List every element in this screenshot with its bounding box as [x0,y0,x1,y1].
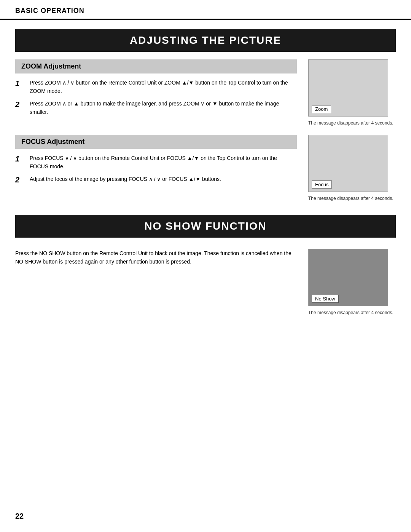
zoom-item-2-text: Press ZOOM ∧ or ▲ button to make the ima… [30,100,297,116]
page-container: BASIC OPERATION ADJUSTING THE PICTURE ZO… [0,0,411,532]
noshow-description: Press the NO SHOW button on the Remote C… [15,249,297,266]
focus-header: FOCUS Adjustment [15,135,297,149]
focus-item-1-number: 1 [15,154,27,171]
zoom-screen: Zoom [308,59,388,117]
noshow-left: Press the NO SHOW button on the Remote C… [15,244,308,315]
noshow-section-header: NO SHOW FUNCTION [15,215,396,238]
focus-item-2: 2 Adjust the focus of the image by press… [15,175,297,184]
noshow-screen-label: No Show [312,295,339,303]
zoom-item-1: 1 Press ZOOM ∧ / ∨ button on the Remote … [15,79,297,95]
focus-item-2-text: Adjust the focus of the image by pressin… [30,175,297,184]
noshow-right: No Show The message disappears after 4 s… [308,249,396,315]
page-section-title: BASIC OPERATION [15,7,84,14]
zoom-right: Zoom The message disappears after 4 seco… [308,59,396,126]
focus-subsection: FOCUS Adjustment 1 Press FOCUS ∧ / ∨ but… [15,135,396,201]
focus-item-2-number: 2 [15,175,27,184]
header-bar: BASIC OPERATION [0,0,411,20]
zoom-item-1-text: Press ZOOM ∧ / ∨ button on the Remote Co… [30,79,297,95]
main-content: ADJUSTING THE PICTURE ZOOM Adjustment 1 … [0,29,411,315]
focus-left: FOCUS Adjustment 1 Press FOCUS ∧ / ∨ but… [15,135,308,201]
focus-screen: Focus [308,135,388,192]
adjusting-section-title: ADJUSTING THE PICTURE [130,34,281,46]
zoom-header: ZOOM Adjustment [15,59,297,73]
page-number: 22 [15,512,24,521]
noshow-screen-caption: The message disappears after 4 seconds. [308,310,393,315]
focus-item-1-text: Press FOCUS ∧ / ∨ button on the Remote C… [30,154,297,171]
adjusting-section-header: ADJUSTING THE PICTURE [15,29,396,52]
noshow-screen: No Show [308,249,388,306]
zoom-screen-label: Zoom [312,105,331,113]
zoom-screen-caption: The message disappears after 4 seconds. [308,120,393,126]
focus-title: FOCUS Adjustment [21,138,84,145]
zoom-left: ZOOM Adjustment 1 Press ZOOM ∧ / ∨ butto… [15,59,308,126]
focus-item-1: 1 Press FOCUS ∧ / ∨ button on the Remote… [15,154,297,171]
focus-screen-label: Focus [312,181,332,189]
zoom-title: ZOOM Adjustment [21,62,81,70]
zoom-item-2-number: 2 [15,100,27,116]
zoom-subsection: ZOOM Adjustment 1 Press ZOOM ∧ / ∨ butto… [15,59,396,126]
noshow-section: Press the NO SHOW button on the Remote C… [15,244,396,315]
zoom-item-2: 2 Press ZOOM ∧ or ▲ button to make the i… [15,100,297,116]
zoom-item-1-number: 1 [15,79,27,95]
focus-right: Focus The message disappears after 4 sec… [308,135,396,201]
focus-screen-caption: The message disappears after 4 seconds. [308,196,393,201]
noshow-section-title: NO SHOW FUNCTION [144,220,266,232]
